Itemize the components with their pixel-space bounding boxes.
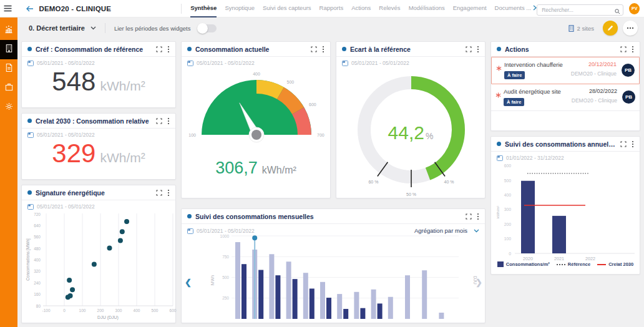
search-input[interactable]	[537, 4, 623, 16]
sidebar-item-settings[interactable]	[0, 98, 17, 117]
action-item[interactable]: Audit énergétique siteÀ faire28/02/2022D…	[491, 84, 640, 111]
sites-count[interactable]: 2 sites	[568, 25, 594, 32]
legend-label: Référence	[568, 261, 590, 267]
bar-consumption-n1[interactable]	[371, 290, 376, 319]
expand-icon[interactable]	[156, 46, 162, 52]
more-options-button[interactable]	[623, 21, 638, 36]
tab-synoptique[interactable]: Synoptique	[225, 0, 255, 17]
bar-consumption-n1[interactable]	[439, 313, 444, 319]
aggregation-select[interactable]: Agrégation par mois	[414, 227, 479, 234]
bar-consumption-n1[interactable]	[235, 242, 240, 319]
tab-engagement[interactable]: Engagement	[453, 0, 487, 17]
widget-header: Consommation actuelle	[182, 42, 330, 57]
bar-consumption[interactable]	[310, 288, 315, 319]
expand-icon[interactable]	[466, 46, 472, 52]
data-point[interactable]	[92, 261, 97, 266]
sidebar-item-portfolio[interactable]	[0, 79, 17, 98]
bar-consumption[interactable]	[378, 303, 383, 319]
period-selector[interactable]: 05/01/2021 - 05/01/2022	[22, 200, 175, 211]
bar-consumption[interactable]	[275, 275, 280, 319]
data-point[interactable]	[118, 238, 123, 243]
bar-consumption[interactable]	[242, 264, 246, 319]
expand-icon[interactable]	[156, 118, 162, 124]
assignee-avatar[interactable]: PB	[622, 90, 635, 104]
legend-item[interactable]: Crelat 2030	[597, 261, 633, 267]
period-label: 01/01/2022 - 31/12/2022	[506, 155, 564, 161]
assignee-avatar[interactable]: PB	[622, 64, 635, 77]
bar-consumption-n1[interactable]	[388, 297, 393, 319]
bar-year-2020[interactable]	[521, 181, 535, 253]
kebab-menu-icon[interactable]	[477, 46, 479, 53]
kebab-menu-icon[interactable]	[477, 213, 479, 220]
tick-label: 0	[509, 251, 511, 256]
expand-icon[interactable]	[620, 141, 627, 147]
data-point[interactable]	[68, 293, 73, 298]
search-icon[interactable]	[615, 6, 620, 17]
chevron-right-icon[interactable]: ❯	[476, 278, 482, 286]
tab-rapports[interactable]: Rapports	[320, 0, 344, 17]
expand-icon[interactable]	[311, 46, 317, 52]
period-selector[interactable]: 01/01/2022 - 31/12/2022	[491, 152, 640, 162]
bar-consumption-n1[interactable]	[405, 275, 410, 319]
tab-synthese[interactable]: Synthèse	[190, 0, 217, 17]
period-selector[interactable]: 05/01/2021 - 05/01/2022	[22, 57, 175, 67]
kebab-menu-icon[interactable]	[167, 117, 170, 125]
data-point[interactable]	[107, 245, 112, 250]
tab-releves[interactable]: Relevés	[379, 0, 400, 17]
kebab-menu-icon[interactable]	[167, 46, 170, 53]
bar-consumption-n1[interactable]	[303, 273, 308, 319]
bar-consumption-n1[interactable]	[422, 270, 427, 319]
bar-consumption-n1[interactable]	[269, 254, 274, 319]
bar-consumption-n1[interactable]	[337, 294, 342, 319]
user-avatar[interactable]: PV	[629, 3, 640, 14]
kebab-menu-icon[interactable]	[322, 46, 324, 53]
bar-consumption[interactable]	[360, 308, 365, 319]
widget-title: Ecart à la référence	[350, 46, 462, 53]
bar-consumption-n1[interactable]	[354, 292, 359, 319]
legend-item[interactable]: Consommations/m²	[497, 261, 550, 267]
bar-consumption[interactable]	[258, 270, 263, 319]
period-selector[interactable]: 05/01/2021 - 05/01/2022	[22, 129, 175, 139]
kebab-menu-icon[interactable]	[632, 140, 634, 148]
tab-suivi-des-capteurs[interactable]: Suivi des capteurs	[263, 0, 311, 17]
tab-actions[interactable]: Actions	[351, 0, 371, 17]
y-axis-label: MWh	[210, 275, 215, 285]
edit-dashboard-button[interactable]	[603, 21, 618, 36]
bar-consumption-n1[interactable]	[320, 282, 325, 319]
tab-modelisations[interactable]: Modélisations	[409, 0, 445, 17]
bar-consumption[interactable]	[343, 309, 348, 319]
kebab-menu-icon[interactable]	[167, 189, 170, 197]
action-item[interactable]: Intervention chaufferieÀ faire20/12/2021…	[491, 57, 640, 84]
expand-icon[interactable]	[156, 190, 162, 196]
chevron-left-icon[interactable]: ❮	[185, 278, 192, 286]
widget-header: Actions	[491, 42, 640, 57]
bar-year-2021[interactable]	[552, 216, 566, 253]
sidebar-item-analytics[interactable]	[0, 21, 17, 40]
kebab-menu-icon[interactable]	[632, 46, 634, 53]
data-point[interactable]	[120, 229, 125, 234]
dashboard-selector[interactable]: 0. Décret tertiaire	[29, 24, 96, 32]
sidebar-item-sites[interactable]	[0, 40, 17, 59]
legend-item[interactable]: Référence	[557, 261, 590, 267]
data-point[interactable]	[67, 278, 72, 283]
bar-consumption[interactable]	[326, 298, 331, 319]
link-periods-toggle[interactable]	[198, 24, 217, 32]
period-selector[interactable]: 05/01/2021 - 05/01/2022	[182, 57, 330, 67]
marker-point[interactable]	[252, 235, 257, 240]
hamburger-menu-icon[interactable]	[0, 0, 16, 17]
data-point[interactable]	[70, 287, 75, 292]
expand-icon[interactable]	[620, 46, 627, 52]
bar-consumption[interactable]	[293, 279, 298, 319]
widget-title: Crelat 2030 : Consommation relative	[36, 117, 152, 125]
bar-consumption-n1[interactable]	[286, 261, 291, 319]
period-selector[interactable]: 05/01/2021 - 05/01/2022	[187, 228, 255, 234]
tab-documents[interactable]: Documents ...	[495, 0, 537, 17]
gauge-chart: 100400500600700	[185, 71, 328, 150]
back-arrow-icon[interactable]	[24, 0, 36, 17]
building-icon	[4, 44, 14, 56]
data-point[interactable]	[124, 219, 129, 224]
sidebar-item-reports[interactable]	[0, 59, 17, 79]
period-selector[interactable]: 05/01/2021 - 05/01/2022	[336, 57, 485, 67]
expand-icon[interactable]	[466, 213, 472, 220]
period-label: 05/01/2021 - 05/01/2022	[351, 60, 409, 66]
